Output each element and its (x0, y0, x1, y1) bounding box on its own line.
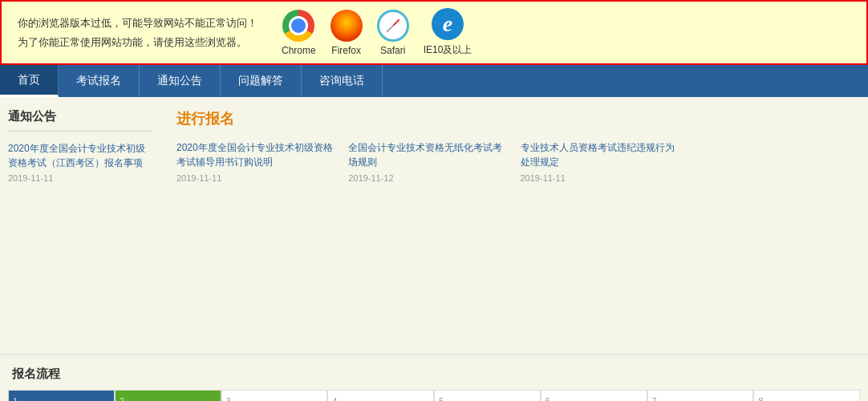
news-item-1: 2020年度全国会计专业技术初级资格考试辅导用书订购说明 2019-11-11 (176, 140, 336, 183)
reg-step-3[interactable]: 3 阅读报名须知 (221, 390, 328, 401)
news-date-3: 2019-11-11 (521, 173, 680, 183)
safari-label: Safari (380, 45, 405, 56)
firefox-browser-item[interactable]: Firefox (331, 10, 363, 56)
chrome-browser-item[interactable]: Chrome (282, 10, 316, 56)
step-number-5: 5 (439, 397, 444, 401)
ie-browser-item[interactable]: IE10及以上 (424, 8, 473, 57)
sidebar-title: 通知公告 (8, 109, 152, 132)
sidebar-news-date-1: 2019-11-11 (8, 172, 152, 185)
browser-warning-banner: 你的浏览器版本过低，可能导致网站不能正常访问！ 为了你能正常使用网站功能，请使用… (0, 0, 868, 65)
reg-step-6[interactable]: 6 填写报名信息 (541, 390, 647, 401)
navigation-bar: 首页 考试报名 通知公告 问题解答 咨询电话 (0, 65, 868, 97)
step-number-2: 2 (120, 397, 124, 401)
news-date-2: 2019-11-12 (348, 173, 508, 183)
step-number-6: 6 (546, 397, 550, 401)
news-title-3[interactable]: 专业技术人员资格考试违纪违规行为处理规定 (521, 140, 680, 169)
ie-icon (432, 8, 464, 40)
sidebar: 通知公告 2020年度全国会计专业技术初级资格考试（江西考区）报名事项 2019… (0, 97, 160, 354)
chrome-icon (282, 10, 314, 42)
step-number-8: 8 (758, 397, 763, 401)
reg-step-1[interactable]: 1 注册登录 (8, 390, 115, 401)
registration-title: 报名流程 (8, 367, 860, 382)
chrome-label: Chrome (282, 45, 316, 56)
sidebar-news-title-1: 2020年度全国会计专业技术初级资格考试（江西考区）报名事项 (8, 141, 152, 170)
warning-text: 你的浏览器版本过低，可能导致网站不能正常访问！ 为了你能正常使用网站功能，请使用… (18, 14, 258, 51)
registration-section: 报名流程 1 注册登录 2 选择报考等级 (0, 358, 868, 401)
safari-browser-item[interactable]: Safari (377, 10, 409, 56)
nav-item-contact[interactable]: 咨询电话 (302, 65, 383, 97)
step-number-1: 1 (13, 397, 18, 401)
main-content: 通知公告 2020年度全国会计专业技术初级资格考试（江西考区）报名事项 2019… (0, 97, 868, 354)
section-title: 进行报名 (176, 109, 852, 128)
browser-icons: Chrome Firefox Safari IE10及以上 (282, 8, 472, 57)
ie-label: IE10及以上 (424, 43, 473, 57)
reg-step-2[interactable]: 2 选择报考等级 (115, 390, 221, 401)
news-title-2[interactable]: 全国会计专业技术资格无纸化考试考场规则 (348, 140, 508, 169)
content-area: 进行报名 2020年度全国会计专业技术初级资格考试辅导用书订购说明 2019-1… (160, 97, 868, 354)
reg-step-4[interactable]: 4 确认个人承诺 (327, 390, 434, 401)
news-title-1[interactable]: 2020年度全国会计专业技术初级资格考试辅导用书订购说明 (176, 140, 336, 169)
firefox-icon (331, 10, 363, 42)
news-item-2: 全国会计专业技术资格无纸化考试考场规则 2019-11-12 (348, 140, 508, 183)
reg-step-8[interactable]: 8 报名完成 (753, 390, 860, 401)
nav-item-home[interactable]: 首页 (0, 65, 59, 97)
news-date-1: 2019-11-11 (176, 173, 336, 183)
section-divider (0, 354, 868, 354)
registration-steps: 1 注册登录 2 选择报考等级 3 (8, 390, 860, 401)
step-number-3: 3 (226, 397, 231, 401)
reg-step-7[interactable]: 7 ¥ 支付报名费用 (647, 390, 754, 401)
reg-step-5[interactable]: 5 选择管理部门 (434, 390, 541, 401)
nav-item-faq[interactable]: 问题解答 (221, 65, 302, 97)
step-number-7: 7 (652, 397, 657, 401)
firefox-label: Firefox (331, 45, 361, 56)
nav-item-notices[interactable]: 通知公告 (140, 65, 221, 97)
safari-icon (377, 10, 409, 42)
step-number-4: 4 (332, 397, 337, 401)
news-grid: 2020年度全国会计专业技术初级资格考试辅导用书订购说明 2019-11-11 … (176, 140, 852, 183)
nav-item-exam-registration[interactable]: 考试报名 (59, 65, 140, 97)
sidebar-news-item-1[interactable]: 2020年度全国会计专业技术初级资格考试（江西考区）报名事项 2019-11-1… (8, 141, 152, 185)
news-item-3: 专业技术人员资格考试违纪违规行为处理规定 2019-11-11 (521, 140, 680, 183)
